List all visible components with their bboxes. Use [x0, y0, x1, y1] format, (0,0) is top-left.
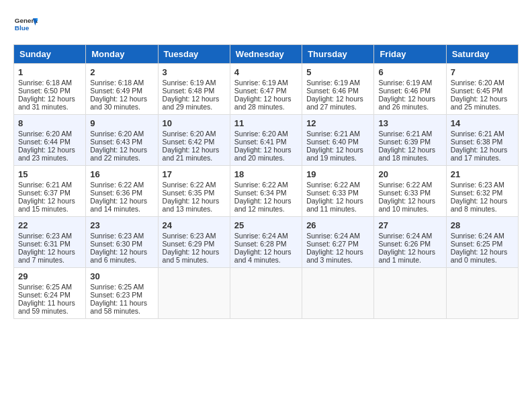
sunrise-label: Sunrise: 6:20 AM	[90, 130, 144, 138]
day-number: 1	[18, 67, 81, 77]
daylight-minutes: and 22 minutes.	[90, 154, 140, 162]
day-number: 27	[378, 220, 441, 230]
sunset-label: Sunset: 6:46 PM	[306, 87, 359, 95]
sunrise-label: Sunrise: 6:22 AM	[90, 181, 144, 189]
sunset-label: Sunset: 6:50 PM	[18, 87, 71, 95]
daylight-minutes: and 25 minutes.	[451, 103, 501, 111]
daylight-minutes: and 0 minutes.	[451, 256, 497, 264]
sunset-label: Sunset: 6:32 PM	[451, 189, 503, 197]
sunrise-label: Sunrise: 6:19 AM	[163, 79, 216, 87]
sunrise-label: Sunrise: 6:22 AM	[378, 181, 432, 189]
day-number: 7	[451, 67, 514, 77]
header-wednesday: Wednesday	[230, 45, 302, 64]
sunrise-label: Sunrise: 6:25 AM	[18, 283, 72, 291]
calendar-cell: 15Sunrise: 6:21 AMSunset: 6:37 PMDayligh…	[14, 166, 86, 217]
calendar-cell: 14Sunrise: 6:21 AMSunset: 6:38 PMDayligh…	[446, 115, 518, 166]
daylight-minutes: and 27 minutes.	[306, 103, 357, 111]
sunrise-label: Sunrise: 6:20 AM	[163, 130, 216, 138]
daylight-minutes: and 23 minutes.	[18, 154, 69, 162]
sunset-label: Sunset: 6:30 PM	[90, 240, 142, 248]
daylight-label: Daylight: 12 hours	[306, 146, 363, 154]
sunrise-label: Sunrise: 6:20 AM	[234, 130, 288, 138]
day-number: 29	[18, 271, 81, 281]
calendar-cell: 12Sunrise: 6:21 AMSunset: 6:40 PMDayligh…	[302, 115, 374, 166]
sunset-label: Sunset: 6:49 PM	[90, 87, 142, 95]
header-monday: Monday	[86, 45, 158, 64]
calendar-cell: 23Sunrise: 6:23 AMSunset: 6:30 PMDayligh…	[86, 217, 158, 268]
sunset-label: Sunset: 6:25 PM	[451, 240, 503, 248]
calendar-cell	[158, 268, 230, 319]
daylight-label: Daylight: 12 hours	[18, 197, 75, 205]
calendar-cell: 28Sunrise: 6:24 AMSunset: 6:25 PMDayligh…	[446, 217, 518, 268]
calendar-cell: 29Sunrise: 6:25 AMSunset: 6:24 PMDayligh…	[14, 268, 86, 319]
sunset-label: Sunset: 6:23 PM	[90, 291, 142, 299]
calendar-cell	[230, 268, 302, 319]
daylight-label: Daylight: 12 hours	[163, 95, 220, 103]
sunrise-label: Sunrise: 6:21 AM	[378, 130, 432, 138]
day-number: 19	[306, 169, 369, 179]
daylight-label: Daylight: 12 hours	[451, 95, 508, 103]
sunrise-label: Sunrise: 6:19 AM	[234, 79, 288, 87]
logo-icon: General Blue	[13, 13, 38, 38]
daylight-label: Daylight: 12 hours	[18, 95, 75, 103]
daylight-minutes: and 8 minutes.	[451, 205, 497, 213]
day-number: 24	[163, 220, 226, 230]
daylight-label: Daylight: 12 hours	[378, 95, 435, 103]
day-number: 22	[18, 220, 81, 230]
daylight-label: Daylight: 12 hours	[163, 146, 220, 154]
daylight-label: Daylight: 12 hours	[378, 248, 435, 256]
calendar-cell: 17Sunrise: 6:22 AMSunset: 6:35 PMDayligh…	[158, 166, 230, 217]
calendar-table: SundayMondayTuesdayWednesdayThursdayFrid…	[13, 44, 519, 319]
daylight-minutes: and 12 minutes.	[234, 205, 285, 213]
sunrise-label: Sunrise: 6:18 AM	[18, 79, 72, 87]
sunrise-label: Sunrise: 6:22 AM	[163, 181, 216, 189]
day-number: 23	[90, 220, 153, 230]
daylight-label: Daylight: 12 hours	[163, 197, 220, 205]
day-number: 14	[451, 118, 514, 128]
daylight-minutes: and 29 minutes.	[163, 103, 213, 111]
day-number: 9	[90, 118, 153, 128]
sunset-label: Sunset: 6:38 PM	[451, 138, 503, 146]
day-number: 10	[163, 118, 226, 128]
daylight-label: Daylight: 12 hours	[451, 146, 508, 154]
sunset-label: Sunset: 6:46 PM	[378, 87, 431, 95]
sunrise-label: Sunrise: 6:21 AM	[451, 130, 504, 138]
daylight-minutes: and 6 minutes.	[90, 256, 136, 264]
sunset-label: Sunset: 6:41 PM	[234, 138, 287, 146]
daylight-minutes: and 11 minutes.	[306, 205, 357, 213]
sunset-label: Sunset: 6:31 PM	[18, 240, 71, 248]
day-number: 17	[163, 169, 226, 179]
sunset-label: Sunset: 6:33 PM	[378, 189, 431, 197]
sunset-label: Sunset: 6:27 PM	[306, 240, 359, 248]
daylight-label: Daylight: 12 hours	[306, 95, 363, 103]
daylight-label: Daylight: 12 hours	[306, 248, 363, 256]
sunrise-label: Sunrise: 6:24 AM	[378, 232, 432, 240]
calendar-cell: 26Sunrise: 6:24 AMSunset: 6:27 PMDayligh…	[302, 217, 374, 268]
daylight-label: Daylight: 11 hours	[90, 299, 147, 307]
sunset-label: Sunset: 6:45 PM	[451, 87, 503, 95]
calendar-cell	[446, 268, 518, 319]
calendar-cell: 20Sunrise: 6:22 AMSunset: 6:33 PMDayligh…	[374, 166, 446, 217]
day-number: 5	[306, 67, 369, 77]
daylight-minutes: and 5 minutes.	[163, 256, 209, 264]
daylight-label: Daylight: 12 hours	[306, 197, 363, 205]
daylight-minutes: and 18 minutes.	[378, 154, 429, 162]
sunset-label: Sunset: 6:36 PM	[90, 189, 142, 197]
sunset-label: Sunset: 6:48 PM	[163, 87, 215, 95]
page-header: General Blue	[13, 13, 519, 38]
sunset-label: Sunset: 6:24 PM	[18, 291, 71, 299]
calendar-cell: 11Sunrise: 6:20 AMSunset: 6:41 PMDayligh…	[230, 115, 302, 166]
daylight-minutes: and 15 minutes.	[18, 205, 69, 213]
calendar-cell: 1Sunrise: 6:18 AMSunset: 6:50 PMDaylight…	[14, 64, 86, 115]
daylight-minutes: and 7 minutes.	[18, 256, 64, 264]
sunset-label: Sunset: 6:47 PM	[234, 87, 287, 95]
calendar-week-row: 29Sunrise: 6:25 AMSunset: 6:24 PMDayligh…	[14, 268, 519, 319]
sunrise-label: Sunrise: 6:19 AM	[306, 79, 360, 87]
daylight-label: Daylight: 12 hours	[18, 146, 75, 154]
calendar-cell: 9Sunrise: 6:20 AMSunset: 6:43 PMDaylight…	[86, 115, 158, 166]
sunset-label: Sunset: 6:35 PM	[163, 189, 215, 197]
header-saturday: Saturday	[446, 45, 518, 64]
sunrise-label: Sunrise: 6:23 AM	[90, 232, 144, 240]
daylight-minutes: and 30 minutes.	[90, 103, 140, 111]
calendar-cell: 27Sunrise: 6:24 AMSunset: 6:26 PMDayligh…	[374, 217, 446, 268]
